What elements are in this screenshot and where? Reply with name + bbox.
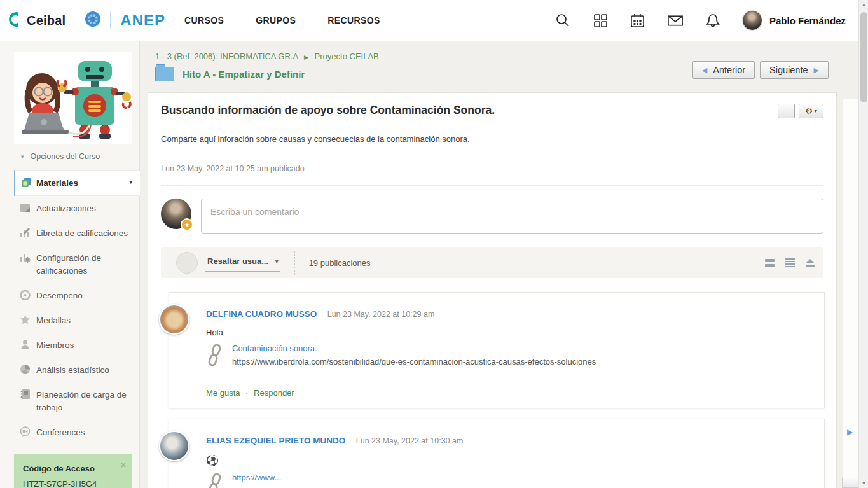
course-menu: Materiales ▾ Actualizaciones Libreta de … xyxy=(14,170,140,445)
breadcrumb-section-link[interactable]: Proyecto CEILAB xyxy=(315,52,379,61)
user-avatar xyxy=(742,10,762,31)
sidebar-item-desempeno[interactable]: Desempeño xyxy=(14,283,140,308)
attachment-link[interactable]: Contaminación sonora. xyxy=(232,344,596,353)
messages-icon[interactable] xyxy=(667,12,684,29)
workload-planning-icon xyxy=(20,389,31,400)
expanded-view-icon[interactable] xyxy=(785,258,795,267)
like-link[interactable]: Me gusta xyxy=(206,388,240,398)
sidebar-item-libreta-calificaciones[interactable]: Libreta de calificaciones xyxy=(14,221,140,246)
sidebar-item-actualizaciones[interactable]: Actualizaciones xyxy=(14,196,140,221)
sidebar-item-planeacion-carga[interactable]: Planeación de carga de trabajo xyxy=(14,382,140,419)
link-chain-icon xyxy=(206,344,224,370)
scroll-up-arrow[interactable]: ▲ xyxy=(859,2,868,8)
vertical-scrollbar[interactable]: ▲ ▼ xyxy=(858,0,868,488)
access-code-title: Código de Acceso xyxy=(23,464,123,473)
chevron-down-icon: ▾ xyxy=(129,178,132,186)
sidebar-item-label: Materiales xyxy=(36,178,78,188)
discussion-card: Buscando información de apoyo sobre Cont… xyxy=(148,92,837,488)
arrow-right-icon: ▶ xyxy=(814,66,819,74)
sidebar-item-label: Configuración de calificaciones xyxy=(36,253,101,275)
folder-title[interactable]: Hito A - Empatizar y Definir xyxy=(183,69,305,80)
sidebar-item-analisis-estadistico[interactable]: Análisis estadístico xyxy=(14,358,140,382)
sidebar-item-label: Conferences xyxy=(36,428,85,437)
attachment-link[interactable]: https://www... xyxy=(232,473,281,482)
bookmark-button[interactable] xyxy=(778,104,795,118)
divider xyxy=(294,251,295,275)
main-content: 1 - 3 (Ref. 2006): INFORMATICA GR.A ▶ Pr… xyxy=(140,41,858,488)
collapse-all-icon[interactable] xyxy=(806,259,815,267)
post-body: Hola xyxy=(206,328,811,337)
nav-grupos[interactable]: GRUPOS xyxy=(256,15,296,25)
collapsed-view-icon[interactable] xyxy=(765,259,775,267)
user-menu[interactable]: Pablo Fernández xyxy=(742,10,846,31)
discussion-description: Comparte aquí inforación sobre causas y … xyxy=(161,134,823,144)
close-icon[interactable]: × xyxy=(121,460,126,470)
updates-icon xyxy=(20,202,31,213)
posts-list: DELFINA CUADRO MUSSO Lun 23 May, 2022 at… xyxy=(169,292,823,488)
chevron-down-icon: ▾ xyxy=(21,153,24,160)
admin-star-badge: ★ xyxy=(181,218,193,231)
chevron-down-icon: ▾ xyxy=(275,258,279,265)
discussion-title: Buscando información de apoyo sobre Cont… xyxy=(161,104,495,117)
side-panel-gutter: ▶ xyxy=(843,99,858,488)
post-author-avatar[interactable] xyxy=(159,304,189,335)
post-timestamp: Lun 23 May, 2022 at 10:29 am xyxy=(327,310,435,319)
sidebar-item-label: Desempeño xyxy=(36,291,83,300)
sidebar-item-miembros[interactable]: Miembros xyxy=(14,333,140,358)
next-button-label: Siguiente xyxy=(769,65,808,75)
settings-gear-button[interactable]: ⚙ ▾ xyxy=(799,104,823,118)
scroll-down-arrow[interactable]: ▼ xyxy=(859,480,868,486)
course-options-toggle[interactable]: ▾ Opciones del Curso xyxy=(21,152,139,161)
sidebar-item-label: Miembros xyxy=(36,340,74,350)
sidebar-item-materiales[interactable]: Materiales ▾ xyxy=(14,170,140,196)
logo-divider xyxy=(74,11,74,30)
gear-icon: ⚙ xyxy=(805,106,813,116)
chevron-down-icon: ▾ xyxy=(815,108,817,114)
sidebar-item-label: Planeación de carga de trabajo xyxy=(36,390,127,412)
members-icon xyxy=(20,339,31,350)
sidebar-item-medallas[interactable]: Medallas xyxy=(14,308,140,333)
conferences-icon xyxy=(20,426,31,437)
previous-button[interactable]: ◀ Anterior xyxy=(692,61,755,79)
post-author-avatar[interactable] xyxy=(159,431,189,461)
reply-link[interactable]: Responder xyxy=(254,388,294,398)
post-card: DELFINA CUADRO MUSSO Lun 23 May, 2022 at… xyxy=(169,292,825,408)
expand-panel-arrow-icon[interactable]: ▶ xyxy=(847,428,853,436)
scrollbar-thumb[interactable] xyxy=(860,12,867,102)
sidebar-item-label: Libreta de calificaciones xyxy=(36,228,128,238)
sidebar-item-configuracion-calificaciones[interactable]: Configuración de calificaciones xyxy=(14,246,140,282)
ceibal-anep-logo[interactable]: Ceibal ANEP xyxy=(8,11,165,31)
sidebar-item-label: Actualizaciones xyxy=(36,204,96,213)
nav-recursos[interactable]: RECURSOS xyxy=(327,15,380,25)
nav-cursos[interactable]: CURSOS xyxy=(184,15,224,25)
analytics-pie-icon xyxy=(20,364,31,375)
sidebar-item-label: Medallas xyxy=(36,316,71,325)
apps-grid-icon[interactable] xyxy=(592,12,609,29)
post-body: ⚽ xyxy=(206,454,811,466)
attachment-url: https://www.iberdrola.com/sostenibilidad… xyxy=(232,357,596,366)
materials-icon xyxy=(21,177,32,188)
dot-separator: · xyxy=(245,388,248,398)
breadcrumb-arrow-icon: ▶ xyxy=(304,54,308,60)
notifications-bell-icon[interactable] xyxy=(705,12,721,29)
search-icon[interactable] xyxy=(555,12,571,29)
post-timestamp: Lun 23 May, 2022 at 10:30 am xyxy=(356,436,464,445)
calendar-icon[interactable] xyxy=(630,12,646,29)
performance-icon xyxy=(20,289,31,300)
sidebar-item-conferences[interactable]: Conferences xyxy=(14,420,140,445)
course-options-label: Opciones del Curso xyxy=(31,152,100,161)
next-button[interactable]: Siguiente ▶ xyxy=(760,61,829,79)
published-timestamp: Lun 23 May, 2022 at 10:25 am publicado xyxy=(161,164,823,173)
highlight-user-dropdown[interactable]: Resaltar usua... ▾ xyxy=(205,254,280,272)
access-code-box: Código de Acceso HTZT-S7CP-3H5G4 Restabl… xyxy=(14,454,132,488)
comment-input[interactable] xyxy=(201,199,823,234)
grade-settings-icon xyxy=(20,252,31,263)
divider xyxy=(161,185,823,186)
post-card: ELIAS EZEQUIEL PRIETO MUNDO Lun 23 May, … xyxy=(169,419,825,488)
highlight-user-avatar xyxy=(176,252,198,274)
post-author-link[interactable]: ELIAS EZEQUIEL PRIETO MUNDO xyxy=(206,436,345,445)
post-author-link[interactable]: DELFINA CUADRO MUSSO xyxy=(206,309,317,319)
top-navbar: Ceibal ANEP CURSOS GRUPOS RECURSOS xyxy=(0,0,858,41)
breadcrumb-course-link[interactable]: 1 - 3 (Ref. 2006): INFORMATICA GR.A xyxy=(155,52,298,61)
previous-button-label: Anterior xyxy=(713,65,745,75)
